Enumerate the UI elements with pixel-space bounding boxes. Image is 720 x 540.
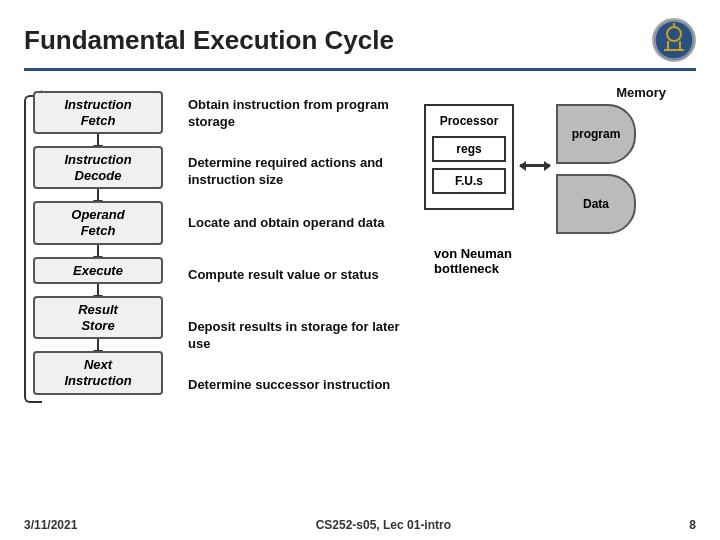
steps-column: InstructionFetch InstructionDecode Opera… <box>24 85 172 413</box>
desc-next: Determine successor instruction <box>188 369 408 413</box>
arrow-2 <box>97 189 99 201</box>
page-title: Fundamental Execution Cycle <box>24 25 394 56</box>
footer-date: 3/11/2021 <box>24 518 77 532</box>
step-result-store: ResultStore <box>33 296 163 339</box>
desc-decode: Determine required actions and instructi… <box>188 147 408 207</box>
step-next-instruction: NextInstruction <box>33 351 163 394</box>
descriptions-column: Obtain instruction from program storage … <box>188 85 408 413</box>
memory-label: Memory <box>424 85 666 100</box>
program-section: program <box>556 104 636 164</box>
step-execute: Execute <box>33 257 163 285</box>
footer-page: 8 <box>689 518 696 532</box>
memory-shape: program Data <box>556 104 636 234</box>
arrow-5 <box>97 339 99 351</box>
processor-title: Processor <box>432 114 506 128</box>
desc-result: Deposit results in storage for later use <box>188 311 408 369</box>
fu-box: F.U.s <box>432 168 506 194</box>
footer-course: CS252-s05, Lec 01-intro <box>316 518 451 532</box>
data-section: Data <box>556 174 636 234</box>
step-instruction-decode: InstructionDecode <box>33 146 163 189</box>
bidirectional-arrow <box>520 164 550 167</box>
title-divider <box>24 68 696 71</box>
step-operand-fetch: OperandFetch <box>33 201 163 244</box>
university-logo <box>652 18 696 62</box>
desc-fetch: Obtain instruction from program storage <box>188 87 408 147</box>
regs-box: regs <box>432 136 506 162</box>
processor-box: Processor regs F.U.s <box>424 104 514 210</box>
diagram-column: Memory Processor regs F.U.s <box>424 85 696 413</box>
desc-execute: Compute result value or status <box>188 259 408 311</box>
footer: 3/11/2021 CS252-s05, Lec 01-intro 8 <box>24 518 696 532</box>
arrow-3 <box>97 245 99 257</box>
von-neuman-text: von Neuman bottleneck <box>434 246 696 276</box>
step-instruction-fetch: InstructionFetch <box>33 91 163 134</box>
desc-operand: Locate and obtain operand data <box>188 207 408 259</box>
arrow-1 <box>97 134 99 146</box>
arrow-4 <box>97 284 99 296</box>
